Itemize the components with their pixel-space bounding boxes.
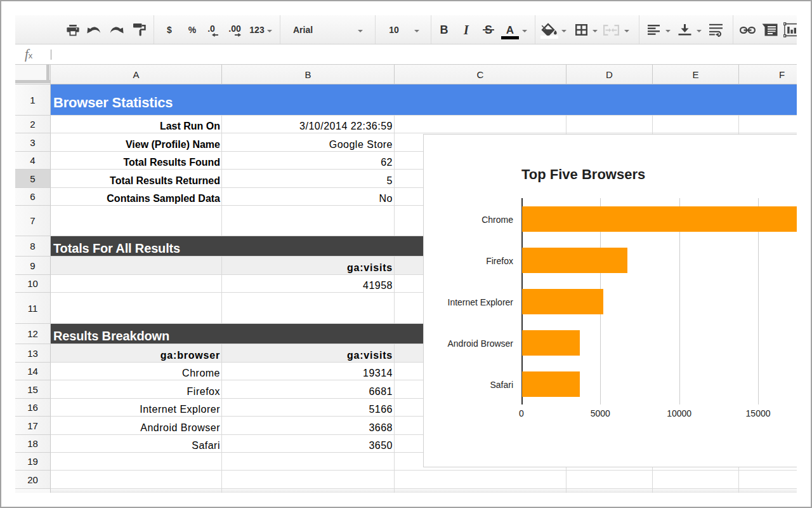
cell-A2[interactable]: Last Run On <box>51 116 221 133</box>
row-header-1[interactable]: 1 <box>15 84 51 116</box>
toolbar: $ % .0 .00 123 Arial 10 B <box>15 15 797 44</box>
cell-A4[interactable]: Total Results Found <box>51 152 221 169</box>
merge-cells-button[interactable] <box>603 15 619 44</box>
borders-button[interactable] <box>575 15 587 44</box>
cell-A6[interactable]: Contains Sampled Data <box>51 188 221 205</box>
row-header-8[interactable]: 8 <box>15 236 51 257</box>
cell-B2[interactable]: 3/10/2014 22:36:59 <box>222 116 394 133</box>
column-header-F[interactable]: F <box>739 65 797 84</box>
row-header-18[interactable]: 18 <box>15 435 51 453</box>
row-header-13[interactable]: 13 <box>15 344 51 363</box>
bold-button[interactable]: B <box>438 15 450 44</box>
column-header-E[interactable]: E <box>653 65 739 84</box>
cell-B6[interactable]: No <box>222 188 394 205</box>
row-header-2[interactable]: 2 <box>15 116 51 133</box>
font-size-caret-icon[interactable] <box>414 30 419 32</box>
insert-comment-button[interactable] <box>761 15 778 44</box>
text-color-button[interactable]: A <box>501 15 519 44</box>
undo-button[interactable] <box>86 15 102 44</box>
more-formats-button[interactable]: 123 <box>249 15 265 44</box>
vertical-align-caret-icon[interactable] <box>697 30 702 32</box>
italic-button[interactable]: I <box>460 15 473 44</box>
fill-color-caret-icon[interactable] <box>561 30 566 32</box>
cell-A12[interactable]: Results Breakdown <box>51 324 221 344</box>
row-header-7[interactable]: 7 <box>15 206 51 236</box>
merge-cells-caret-icon[interactable] <box>624 30 629 32</box>
cell-A8[interactable]: Totals For All Results <box>51 236 221 256</box>
format-currency-button[interactable]: $ <box>163 15 176 44</box>
print-button[interactable] <box>65 15 81 44</box>
cell-B14[interactable]: 19314 <box>222 363 394 380</box>
row-header-12[interactable]: 12 <box>15 324 51 344</box>
chart-category-label: Chrome <box>424 215 513 225</box>
cell-A5[interactable]: Total Results Returned <box>51 170 221 187</box>
toolbar-divider <box>280 15 280 44</box>
format-percent-button[interactable]: % <box>185 15 199 44</box>
cell-A1[interactable]: Browser Statistics <box>51 84 221 115</box>
bold-label: B <box>440 23 449 37</box>
column-header-D[interactable]: D <box>566 65 653 84</box>
cell-B16[interactable]: 5166 <box>222 399 394 416</box>
cell-B17[interactable]: 3668 <box>222 417 394 434</box>
format-currency-label: $ <box>167 25 172 35</box>
fill-color-button[interactable] <box>540 15 558 44</box>
font-family-select[interactable]: Arial <box>293 15 331 44</box>
cell-A17[interactable]: Android Browser <box>51 417 221 434</box>
cell-B10[interactable]: 41958 <box>222 275 394 292</box>
cell-A13[interactable]: ga:browser <box>51 344 221 362</box>
row-header-21[interactable] <box>15 489 51 493</box>
chart-x-tick-label: 5000 <box>581 408 619 418</box>
cell-B15[interactable]: 6681 <box>222 380 394 398</box>
row-header-9[interactable]: 9 <box>15 257 51 275</box>
cell-A18[interactable]: Safari <box>51 435 221 452</box>
column-header-B[interactable]: B <box>222 65 395 84</box>
cell-B9[interactable]: ga:visits <box>222 257 394 274</box>
decrease-decimals-button[interactable]: .0 <box>204 15 219 44</box>
insert-chart-button[interactable] <box>783 15 797 44</box>
cell-B18[interactable]: 3650 <box>222 435 394 452</box>
formula-caret <box>51 50 51 60</box>
text-wrap-button[interactable] <box>709 15 724 44</box>
column-header-A[interactable]: A <box>51 65 222 84</box>
row-header-17[interactable]: 17 <box>15 417 51 435</box>
redo-button[interactable] <box>108 15 125 44</box>
horizontal-align-button[interactable] <box>647 15 660 44</box>
select-all-corner[interactable] <box>15 65 51 84</box>
cell-B13[interactable]: ga:visits <box>222 344 394 362</box>
row-header-14[interactable]: 14 <box>15 363 51 380</box>
cell-B5[interactable]: 5 <box>222 170 394 187</box>
increase-decimals-button[interactable]: .00 <box>225 15 244 44</box>
more-formats-caret-icon[interactable] <box>267 30 272 32</box>
row-header-6[interactable]: 6 <box>15 188 51 206</box>
borders-caret-icon[interactable] <box>593 30 598 32</box>
horizontal-align-caret-icon[interactable] <box>665 30 671 32</box>
format-percent-label: % <box>188 25 196 35</box>
column-header-C[interactable]: C <box>395 65 566 84</box>
row-header-20[interactable]: 20 <box>15 471 51 489</box>
embedded-chart[interactable]: Top Five BrowsersChromeFirefoxInternet E… <box>423 134 797 467</box>
more-formats-label: 123 <box>249 25 264 35</box>
cell-A15[interactable]: Firefox <box>51 380 221 398</box>
row-header-15[interactable]: 15 <box>15 380 51 399</box>
insert-link-button[interactable] <box>739 15 756 44</box>
font-size-select[interactable]: 10 <box>388 15 400 44</box>
row-header-11[interactable]: 11 <box>15 293 51 324</box>
text-color-caret-icon[interactable] <box>522 30 527 32</box>
fx-label: fx <box>25 46 32 62</box>
cell-B4[interactable]: 62 <box>222 152 394 169</box>
row-header-3[interactable]: 3 <box>15 133 51 152</box>
font-family-caret-icon[interactable] <box>358 30 363 32</box>
row-header-16[interactable]: 16 <box>15 399 51 417</box>
formula-input[interactable] <box>57 44 797 64</box>
cell-A3[interactable]: View (Profile) Name <box>51 133 221 151</box>
row-header-4[interactable]: 4 <box>15 152 51 170</box>
row-header-19[interactable]: 19 <box>15 453 51 471</box>
cell-B3[interactable]: Google Store <box>222 133 394 151</box>
cell-A14[interactable]: Chrome <box>51 363 221 380</box>
paint-format-button[interactable] <box>131 15 148 44</box>
cell-A16[interactable]: Internet Explorer <box>51 399 221 416</box>
row-header-5[interactable]: 5 <box>15 170 51 188</box>
strikethrough-button[interactable]: S <box>482 15 495 44</box>
row-header-10[interactable]: 10 <box>15 275 51 293</box>
vertical-align-button[interactable] <box>677 15 692 44</box>
